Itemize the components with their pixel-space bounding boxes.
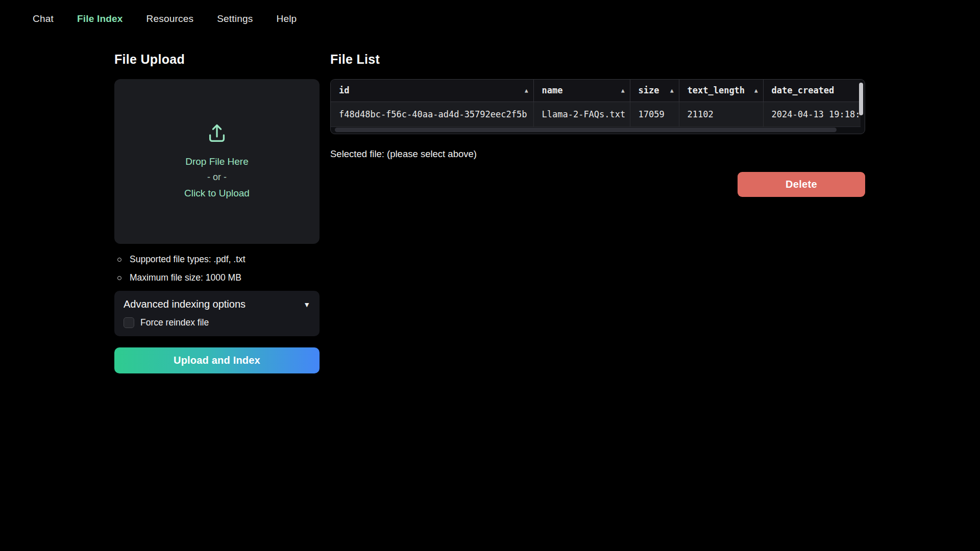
table-row[interactable]: f48d48bc-f56c-40aa-ad4d-35792eec2f5b Lla… <box>331 102 861 127</box>
file-upload-title: File Upload <box>114 52 320 67</box>
file-list-title: File List <box>330 52 865 67</box>
sort-asc-icon[interactable]: ▲ <box>670 87 674 94</box>
top-nav: Chat File Index Resources Settings Help <box>33 13 297 24</box>
advanced-options-panel: Advanced indexing options ▼ Force reinde… <box>114 291 320 336</box>
table-vertical-scrollbar[interactable] <box>859 83 863 115</box>
advanced-options-title: Advanced indexing options <box>124 298 246 310</box>
upload-icon <box>205 122 229 147</box>
note-max-size: Maximum file size: 1000 MB <box>117 272 320 283</box>
upload-notes: Supported file types: .pdf, .txt Maximum… <box>114 254 320 283</box>
delete-button-row: Delete <box>330 172 865 197</box>
sort-asc-icon[interactable]: ▲ <box>754 87 758 94</box>
force-reindex-checkbox[interactable] <box>124 317 134 328</box>
file-list-section: File List id▲ name▲ size▲ t <box>330 41 865 197</box>
cell-id[interactable]: f48d48bc-f56c-40aa-ad4d-35792eec2f5b <box>331 102 533 127</box>
sort-asc-icon[interactable]: ▲ <box>525 87 528 94</box>
selected-file-status: Selected file: (please select above) <box>330 148 865 160</box>
chevron-down-icon[interactable]: ▼ <box>303 300 310 309</box>
column-header-date-created[interactable]: date_created <box>763 80 861 102</box>
file-upload-section: File Upload Drop File Here - or - Click … <box>114 41 320 373</box>
tab-help[interactable]: Help <box>276 13 297 24</box>
tab-resources[interactable]: Resources <box>146 13 194 24</box>
table-header-row: id▲ name▲ size▲ text_length▲ date_create… <box>331 80 861 102</box>
force-reindex-label: Force reindex file <box>140 317 209 328</box>
column-header-size[interactable]: size▲ <box>630 80 679 102</box>
force-reindex-row[interactable]: Force reindex file <box>124 317 310 328</box>
file-table-container: id▲ name▲ size▲ text_length▲ date_create… <box>330 79 865 134</box>
bullet-icon <box>117 258 121 262</box>
click-to-upload-link[interactable]: Click to Upload <box>184 185 250 201</box>
cell-date-created[interactable]: 2024-04-13 19:18: <box>763 102 861 127</box>
column-header-text-length[interactable]: text_length▲ <box>679 80 763 102</box>
cell-text-length[interactable]: 21102 <box>679 102 763 127</box>
cell-name[interactable]: Llama-2-FAQs.txt <box>533 102 630 127</box>
bullet-icon <box>117 276 121 280</box>
file-table: id▲ name▲ size▲ text_length▲ date_create… <box>331 80 861 127</box>
tab-file-index[interactable]: File Index <box>77 13 123 24</box>
dropzone-or-text: - or - <box>207 169 227 185</box>
advanced-options-header[interactable]: Advanced indexing options ▼ <box>124 298 310 310</box>
cell-size[interactable]: 17059 <box>630 102 679 127</box>
dropzone-drop-text: Drop File Here <box>185 154 249 169</box>
note-supported-types: Supported file types: .pdf, .txt <box>117 254 320 265</box>
tab-settings[interactable]: Settings <box>217 13 253 24</box>
file-dropzone[interactable]: Drop File Here - or - Click to Upload <box>114 79 320 244</box>
table-horizontal-scrollbar[interactable] <box>335 128 837 132</box>
delete-button[interactable]: Delete <box>738 172 865 197</box>
column-header-id[interactable]: id▲ <box>331 80 533 102</box>
table-hscroll-track <box>331 127 865 134</box>
sort-asc-icon[interactable]: ▲ <box>621 87 625 94</box>
upload-and-index-button[interactable]: Upload and Index <box>114 347 320 373</box>
column-header-name[interactable]: name▲ <box>533 80 630 102</box>
tab-chat[interactable]: Chat <box>33 13 54 24</box>
